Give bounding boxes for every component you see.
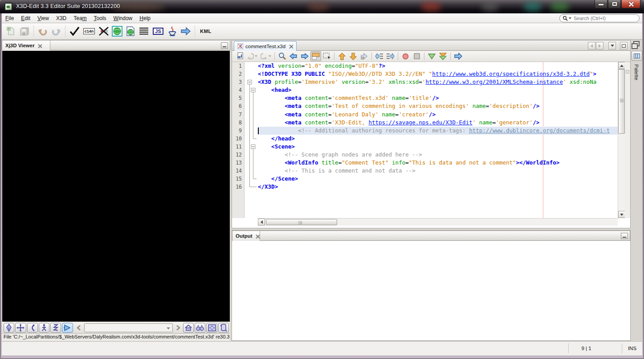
code-line-15[interactable]: </Scene> [258, 175, 618, 183]
start-macro-recording-button[interactable] [400, 51, 411, 61]
error-stripe[interactable] [625, 62, 630, 218]
last-edit-position-button[interactable] [234, 51, 245, 61]
float-group-icon[interactable] [633, 41, 640, 46]
canonicalize-button[interactable]: c14n [82, 25, 97, 37]
collapse-all-folds-button[interactable] [438, 51, 448, 61]
vertical-scrollbar[interactable] [618, 62, 625, 218]
code-line-6[interactable]: <meta content='Test of commenting in var… [258, 102, 618, 110]
pretty-print-button[interactable] [138, 25, 150, 37]
code-line-3[interactable]: <X3D profile='Immersive' version='3.2' x… [258, 78, 618, 86]
stop-macro-recording-button[interactable] [412, 51, 422, 61]
tilt-mode-button[interactable] [50, 323, 61, 333]
code-line-10[interactable]: </head> [258, 135, 618, 143]
editor-tab-commenttest[interactable]: commentTest.x3d [234, 41, 297, 51]
menu-file[interactable]: File [2, 14, 17, 23]
palette-button[interactable] [632, 51, 642, 61]
code-line-9[interactable]: <!-- Additional authoring resources for … [258, 127, 618, 135]
code-line-12[interactable]: <!-- Scene graph nodes are added here --… [258, 151, 618, 159]
pan-mode-button[interactable] [15, 323, 26, 333]
scroll-up-button[interactable] [618, 62, 625, 69]
code-line-11[interactable]: <Scene> [258, 143, 618, 151]
viewer-tab-close-icon[interactable] [38, 44, 42, 48]
find-button[interactable] [277, 51, 288, 61]
quick-search[interactable] [559, 14, 640, 22]
search-input[interactable] [574, 16, 632, 21]
menu-team[interactable]: Team [70, 14, 90, 23]
rectangular-selection-button[interactable] [322, 51, 332, 61]
next-viewpoint-button[interactable] [175, 323, 182, 333]
forward-history-button[interactable] [259, 51, 273, 61]
previous-bookmark-button[interactable] [337, 51, 347, 61]
xj3d-3d-viewport[interactable] [2, 51, 230, 322]
menu-x3d[interactable]: X3D [53, 14, 70, 23]
save-all-button[interactable] [18, 25, 31, 37]
next-bookmark-button[interactable] [348, 51, 359, 61]
code-line-13[interactable]: <WorldInfo title="Comment Test" info="Th… [258, 159, 618, 167]
java-launch-button[interactable] [166, 25, 179, 37]
x3d-to-json-button[interactable]: JS [151, 25, 165, 37]
expand-fold-button[interactable] [427, 51, 437, 61]
home-viewpoint-button[interactable] [183, 323, 194, 333]
code-line-1[interactable]: <?xml version="1.0" encoding="UTF-8"?> [258, 62, 618, 70]
code-line-5[interactable]: <meta content='commentTest.x3d' name='ti… [258, 94, 618, 102]
walk-mode-button[interactable] [39, 323, 49, 333]
code-line-7[interactable]: <meta content='Leonard Daly' name='creat… [258, 111, 618, 119]
seek-button[interactable] [195, 323, 205, 333]
scroll-down-button[interactable] [618, 211, 625, 218]
menu-help[interactable]: Help [136, 14, 154, 23]
menu-edit[interactable]: Edit [17, 14, 34, 23]
viewpoint-select[interactable] [84, 323, 173, 332]
horizontal-scroll-thumb[interactable] [266, 219, 337, 225]
insert-mode-cell[interactable]: INS [622, 343, 642, 353]
validate-xml-button[interactable] [68, 25, 81, 37]
kml-button[interactable]: KML [198, 25, 214, 37]
scroll-tabs-right-button[interactable] [596, 42, 603, 50]
lookat-mode-button[interactable] [62, 323, 73, 333]
minimize-button[interactable] [595, 0, 607, 8]
tab-list-button[interactable] [608, 42, 616, 50]
code-area[interactable]: 12345678910111213141516 [232, 62, 630, 218]
find-next-button[interactable] [299, 51, 310, 61]
title-bar[interactable]: X3D-Edit 3.3 Editor Suite 201302132200 [0, 0, 644, 13]
redo-button[interactable] [50, 25, 62, 37]
toggle-bookmark-button[interactable] [359, 51, 370, 61]
viewer-minimize-button[interactable] [221, 42, 228, 49]
code-line-14[interactable]: <!-- This is a comment and not data --> [258, 167, 618, 175]
undo-button[interactable] [37, 25, 49, 37]
menu-tools[interactable]: Tools [90, 14, 110, 23]
viewer-tab[interactable]: Xj3D Viewer [2, 41, 50, 50]
scroll-left-button[interactable] [258, 219, 265, 226]
find-previous-button[interactable] [288, 51, 299, 61]
editor-tab-close-icon[interactable] [289, 44, 293, 48]
xj3d-view-button[interactable] [111, 25, 123, 37]
maximize-button[interactable] [608, 0, 621, 8]
code-line-8[interactable]: <meta content='X3D-Edit, https://savage.… [258, 119, 618, 127]
xml-security-button[interactable] [98, 25, 110, 37]
back-history-button[interactable] [245, 51, 259, 61]
previous-viewpoint-button[interactable] [75, 323, 82, 333]
launch-button[interactable] [179, 25, 192, 37]
fit-world-button[interactable] [206, 323, 217, 333]
view-in-browser-button[interactable] [124, 25, 137, 37]
vertical-scroll-thumb[interactable] [618, 69, 625, 134]
code-line-16[interactable]: </X3D> [258, 183, 618, 191]
menu-window[interactable]: Window [110, 14, 136, 23]
code-line-4[interactable]: <head> [258, 86, 618, 94]
new-file-button[interactable] [5, 25, 17, 37]
scroll-tabs-left-button[interactable] [588, 42, 595, 50]
palette-label[interactable]: Palette [634, 64, 639, 80]
code-line-2[interactable]: <!DOCTYPE X3D PUBLIC "ISO//Web3D//DTD X3… [258, 70, 618, 78]
code-lines[interactable]: <?xml version="1.0" encoding="UTF-8"?><!… [258, 62, 618, 218]
close-button[interactable] [621, 0, 640, 8]
fly-mode-button[interactable] [4, 323, 14, 333]
shift-right-button[interactable] [385, 51, 396, 61]
search-scope-caret-icon[interactable] [569, 17, 571, 19]
examine-mode-button[interactable] [27, 323, 38, 333]
output-tab-close-icon[interactable] [256, 234, 257, 238]
fold-margin[interactable] [245, 62, 258, 218]
horizontal-scrollbar[interactable] [258, 218, 618, 226]
toggle-highlight-button[interactable] [310, 51, 321, 61]
output-minimize-button[interactable] [621, 233, 628, 239]
maximize-editor-button[interactable] [620, 42, 628, 50]
run-button[interactable] [453, 51, 464, 61]
